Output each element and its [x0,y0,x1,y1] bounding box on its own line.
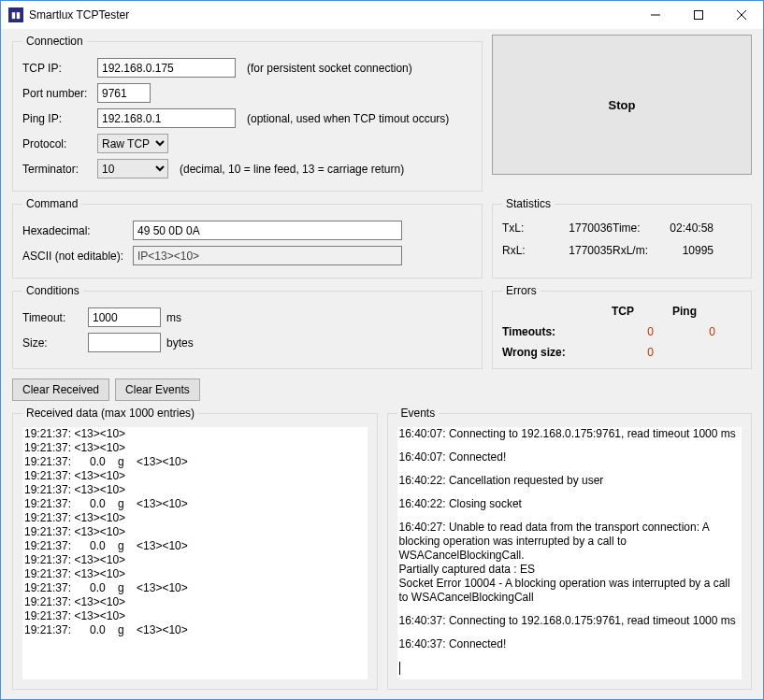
size-label: Size: [22,336,88,350]
ascii-label: ASCII (not editable): [22,250,133,263]
received-line: 19:21:37: 0.0 g <13><10> [24,455,366,469]
timeouts-label: Timeouts: [502,325,592,338]
titlebar: ▮▮ Smartlux TCPTester [1,1,763,29]
received-line: 19:21:37: 0.0 g <13><10> [24,623,366,637]
received-line: 19:21:37: <13><10> [24,469,366,483]
close-button[interactable] [720,1,763,29]
ping-ip-label: Ping IP: [22,112,97,125]
event-entry: 16:40:07: Connected! [399,450,741,464]
event-entry: 16:40:07: Connecting to 192.168.0.175:97… [399,427,741,441]
protocol-select[interactable]: Raw TCP [97,134,168,153]
command-group: Command Hexadecimal: ASCII (not editable… [12,197,483,279]
timeout-input[interactable] [88,307,161,327]
received-line: 19:21:37: <13><10> [24,441,366,455]
tcp-ip-hint: (for persistent socket connection) [247,62,412,75]
app-window: ▮▮ Smartlux TCPTester Connection TCP IP:… [0,0,764,700]
connection-legend: Connection [22,35,87,48]
errors-tcp-header: TCP [592,305,654,318]
received-legend: Received data (max 1000 entries) [22,407,198,420]
time-label: Time: [613,221,659,235]
received-line: 19:21:37: <13><10> [24,525,366,539]
rxlm-value: 10995 [659,244,714,257]
client-area: Connection TCP IP: (for persistent socke… [1,29,763,699]
time-value: 02:40:58 [659,221,714,235]
received-line: 19:21:37: <13><10> [24,483,366,497]
conditions-group: Conditions Timeout: ms Size: bytes [12,284,483,369]
terminator-label: Terminator: [22,163,97,176]
wrong-size-tcp-value: 0 [592,346,654,359]
tcp-ip-input[interactable] [97,58,236,78]
text-cursor [399,662,400,675]
event-entry: 16:40:37: Connecting to 192.168.0.175:97… [399,614,741,628]
event-entry: 16:40:37: Connected! [399,637,741,651]
event-entry: 16:40:22: Closing socket [399,497,741,511]
hex-label: Hexadecimal: [22,224,133,237]
received-line: 19:21:37: <13><10> [24,427,366,441]
event-entry: 16:40:27: Unable to read data from the t… [399,521,741,605]
window-title: Smartlux TCPTester [29,8,129,21]
received-line: 19:21:37: <13><10> [24,609,366,623]
received-line: 19:21:37: 0.0 g <13><10> [24,497,366,511]
received-line: 19:21:37: 0.0 g <13><10> [24,581,366,595]
ascii-input [133,246,402,265]
received-line: 19:21:37: <13><10> [24,595,366,609]
received-group: Received data (max 1000 entries) 19:21:3… [12,407,378,690]
received-line: 19:21:37: 0.0 g <13><10> [24,539,366,553]
maximize-icon [694,10,703,20]
errors-ping-header: Ping [654,305,715,318]
received-line: 19:21:37: <13><10> [24,511,366,525]
statistics-legend: Statistics [502,197,555,210]
rxl-label: RxL: [502,244,545,257]
events-log[interactable]: 16:40:07: Connecting to 192.168.0.175:97… [397,427,742,679]
maximize-button[interactable] [677,1,720,29]
app-icon: ▮▮ [8,7,23,22]
svg-rect-1 [695,11,703,20]
received-line: 19:21:37: <13><10> [24,553,366,567]
conditions-legend: Conditions [22,284,83,297]
txl-value: 1770036 [545,221,613,235]
protocol-label: Protocol: [22,137,97,150]
port-input[interactable] [97,83,151,103]
wrong-size-label: Wrong size: [502,346,592,359]
errors-group: Errors TCP Ping Timeouts: 0 0 Wrong size… [492,284,752,369]
size-input[interactable] [88,333,161,352]
timeouts-tcp-value: 0 [592,325,654,338]
terminator-hint: (decimal, 10 = line feed, 13 = carriage … [180,163,404,176]
minimize-icon [651,10,660,20]
close-icon [737,10,746,20]
rxlm-label: RxL/m: [613,244,659,257]
stop-button[interactable]: Stop [492,35,752,175]
clear-events-button[interactable]: Clear Events [115,379,200,401]
timeout-label: Timeout: [22,311,88,324]
terminator-select[interactable]: 10 [97,159,168,179]
event-entry: 16:40:22: Cancellation requested by user [399,474,741,488]
hex-input[interactable] [133,221,402,240]
minimize-button[interactable] [634,1,677,29]
rxl-value: 1770035 [545,244,613,257]
clear-received-button[interactable]: Clear Received [12,379,109,401]
events-legend: Events [397,407,440,420]
size-unit: bytes [166,336,194,350]
txl-label: TxL: [502,221,545,235]
tcp-ip-label: TCP IP: [22,62,97,75]
ping-ip-hint: (optional, used when TCP timout occurs) [247,112,449,125]
command-legend: Command [22,197,81,210]
received-line: 19:21:37: <13><10> [24,567,366,581]
port-label: Port number: [22,87,97,100]
timeout-unit: ms [166,311,181,324]
statistics-group: Statistics TxL: 1770036 Time: 02:40:58 R… [492,197,752,279]
ping-ip-input[interactable] [97,108,236,128]
connection-group: Connection TCP IP: (for persistent socke… [12,35,483,192]
timeouts-ping-value: 0 [654,325,715,338]
errors-legend: Errors [502,284,541,297]
events-group: Events 16:40:07: Connecting to 192.168.0… [387,407,753,690]
received-log[interactable]: 19:21:37: <13><10>19:21:37: <13><10>19:2… [22,427,368,679]
